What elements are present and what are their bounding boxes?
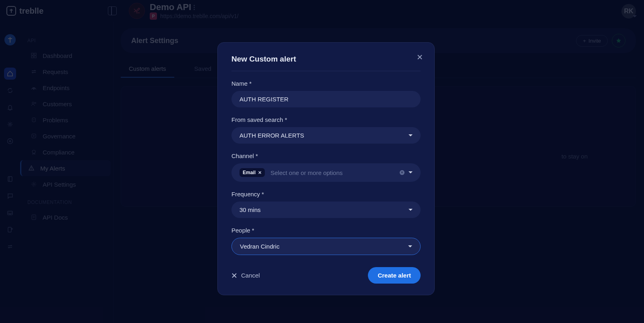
create-alert-button[interactable]: Create alert <box>368 267 421 284</box>
label-channel: Channel * <box>231 152 421 159</box>
channel-multiselect[interactable]: Email ✕ Select one or more options ✕ <box>231 163 421 182</box>
modal-title: New Custom alert <box>231 55 421 64</box>
people-value: Vedran Cindric <box>240 243 279 250</box>
name-input-wrap[interactable] <box>231 91 421 107</box>
saved-search-select[interactable]: AUTH ERROR ALERTS <box>231 127 421 144</box>
channel-chip-email[interactable]: Email ✕ <box>239 168 265 177</box>
new-alert-modal: New Custom alert Name * From saved searc… <box>217 42 435 295</box>
channel-placeholder: Select one or more options <box>270 169 400 176</box>
chevron-down-icon <box>409 171 413 175</box>
modal-divider <box>231 71 421 71</box>
close-icon[interactable] <box>417 54 423 60</box>
cancel-button[interactable]: Cancel <box>231 272 260 279</box>
chip-remove-icon[interactable]: ✕ <box>258 170 262 175</box>
frequency-value: 30 mins <box>239 206 261 213</box>
name-input[interactable] <box>239 96 413 103</box>
chevron-down-icon <box>409 209 413 213</box>
label-frequency: Frequency * <box>231 191 421 198</box>
chip-label: Email <box>243 170 256 175</box>
clear-icon[interactable]: ✕ <box>400 170 405 175</box>
label-people: People * <box>231 227 421 234</box>
saved-search-value: AUTH ERROR ALERTS <box>239 132 304 139</box>
label-search: From saved search * <box>231 116 421 123</box>
frequency-select[interactable]: 30 mins <box>231 202 421 218</box>
label-name: Name * <box>231 80 421 87</box>
chevron-down-icon <box>409 134 413 138</box>
chevron-down-icon <box>408 245 412 249</box>
close-icon <box>231 273 237 278</box>
people-select[interactable]: Vedran Cindric <box>231 238 421 255</box>
modal-actions: Cancel Create alert <box>231 267 421 284</box>
cancel-label: Cancel <box>241 272 260 279</box>
